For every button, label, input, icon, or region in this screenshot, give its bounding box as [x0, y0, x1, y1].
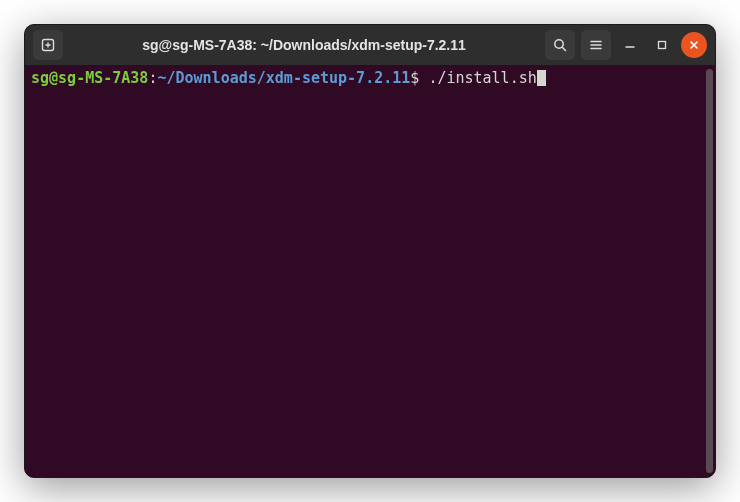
new-tab-button[interactable] — [33, 30, 63, 60]
cursor — [537, 70, 546, 86]
titlebar: sg@sg-MS-7A38: ~/Downloads/xdm-setup-7.2… — [25, 25, 715, 65]
terminal-window: sg@sg-MS-7A38: ~/Downloads/xdm-setup-7.2… — [24, 24, 716, 478]
hamburger-icon — [588, 37, 604, 53]
prompt-command: ./install.sh — [428, 69, 536, 87]
close-icon — [688, 39, 700, 51]
minimize-icon — [624, 39, 636, 51]
svg-line-4 — [562, 47, 565, 50]
search-button[interactable] — [545, 30, 575, 60]
prompt-user-host: sg@sg-MS-7A38 — [31, 69, 148, 87]
prompt-path: ~/Downloads/xdm-setup-7.2.11 — [157, 69, 410, 87]
minimize-button[interactable] — [617, 32, 643, 58]
prompt-line: sg@sg-MS-7A38:~/Downloads/xdm-setup-7.2.… — [31, 69, 709, 88]
close-button[interactable] — [681, 32, 707, 58]
maximize-button[interactable] — [649, 32, 675, 58]
svg-rect-9 — [659, 42, 666, 49]
prompt-symbol: $ — [410, 69, 419, 87]
search-icon — [552, 37, 568, 53]
new-tab-icon — [40, 37, 56, 53]
terminal-body[interactable]: sg@sg-MS-7A38:~/Downloads/xdm-setup-7.2.… — [25, 65, 715, 477]
scrollbar[interactable] — [706, 69, 713, 473]
menu-button[interactable] — [581, 30, 611, 60]
maximize-icon — [656, 39, 668, 51]
window-title: sg@sg-MS-7A38: ~/Downloads/xdm-setup-7.2… — [69, 37, 539, 53]
